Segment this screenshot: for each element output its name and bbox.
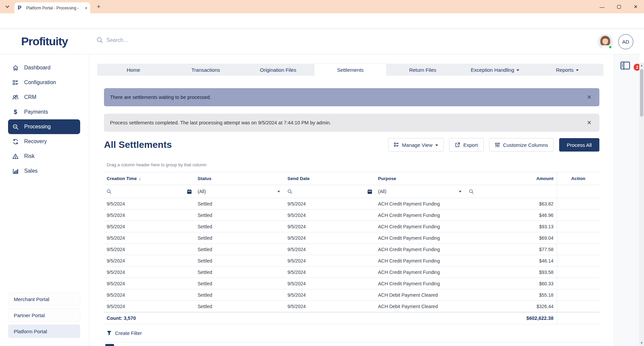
tab-exception-handling[interactable]: Exception Handling xyxy=(459,64,531,76)
platform-portal-button[interactable]: Platform Portal xyxy=(8,325,80,338)
tab-return-files[interactable]: Return Files xyxy=(386,64,459,76)
tab-label: Return Files xyxy=(409,67,436,73)
search-icon xyxy=(287,189,292,194)
action-cell xyxy=(557,232,599,243)
browser-tab-title: Platform Portal - Processing - S xyxy=(26,6,79,10)
sidebar-item-label: Risk xyxy=(24,153,35,159)
creation-time-cell: 9/5/2024 xyxy=(104,244,195,255)
create-filter-label: Create Filter xyxy=(115,331,142,336)
purpose-filter-dropdown[interactable]: (All) xyxy=(378,185,466,198)
tab-label: Exception Handling xyxy=(471,67,514,73)
merchant-portal-button[interactable]: Merchant Portal xyxy=(8,292,80,306)
group-by-drag-hint: Drag a column header here to group by th… xyxy=(107,162,207,167)
table-row[interactable]: 9/5/2024 Settled 9/5/2024 ACH Debit Paym… xyxy=(104,289,599,301)
customize-columns-button[interactable]: Customize Columns xyxy=(489,138,554,152)
column-header-status[interactable]: Status xyxy=(195,172,285,185)
window-restore-button[interactable] xyxy=(610,0,627,13)
view-grid-icon xyxy=(394,142,399,148)
column-header-purpose[interactable]: Purpose xyxy=(375,172,466,185)
global-search[interactable] xyxy=(97,37,194,43)
tab-origination-files[interactable]: Origination Files xyxy=(242,64,314,76)
tab-transactions[interactable]: Transactions xyxy=(170,64,242,76)
status-cell: Settled xyxy=(195,232,285,243)
purpose-cell: ACH Credit Payment Funding xyxy=(375,232,466,243)
table-row[interactable]: 9/5/2024 Settled 9/5/2024 ACH Credit Pay… xyxy=(104,198,599,210)
tab-home[interactable]: Home xyxy=(97,64,170,76)
new-tab-button[interactable]: + xyxy=(95,3,102,10)
table-row[interactable]: 9/5/2024 Settled 9/5/2024 ACH Credit Pay… xyxy=(104,210,599,221)
status-filter-dropdown[interactable]: (All) xyxy=(198,185,285,198)
sidebar-item-label: Configuration xyxy=(24,79,56,85)
close-icon[interactable]: × xyxy=(587,119,591,126)
calendar-icon[interactable] xyxy=(367,189,372,194)
column-header-amount[interactable]: Amount xyxy=(466,172,557,185)
sidebar-item-label: Payments xyxy=(24,109,48,115)
send-date-cell: 9/5/2024 xyxy=(285,232,375,243)
table-row[interactable]: 9/5/2024 Settled 9/5/2024 ACH Credit Pay… xyxy=(104,232,599,244)
browser-toolbar: ← → acme.demo.profituity.com/platform-po… xyxy=(0,13,644,29)
send-date-cell: 9/5/2024 xyxy=(285,244,375,255)
send-date-filter[interactable] xyxy=(287,185,375,198)
close-icon[interactable]: × xyxy=(587,94,591,101)
process-completed-alert: Process settlements completed. The last … xyxy=(104,114,599,132)
partner-portal-button[interactable]: Partner Portal xyxy=(8,308,80,322)
window-close-button[interactable]: × xyxy=(627,0,644,13)
button-label: Manage View xyxy=(402,142,433,148)
scroll-down-arrow[interactable]: ▼ xyxy=(639,341,644,345)
column-header-send-date[interactable]: Send Date xyxy=(285,172,375,185)
export-icon xyxy=(455,142,460,148)
sidebar-item-risk[interactable]: Risk xyxy=(8,149,80,164)
sidebar-item-crm[interactable]: CRM xyxy=(8,90,80,105)
tab-close-icon[interactable]: × xyxy=(85,5,88,10)
column-header-creation-time[interactable]: Creation Time↓ xyxy=(104,172,195,185)
manage-view-button[interactable]: Manage View xyxy=(388,138,444,152)
purpose-cell: ACH Credit Payment Funding xyxy=(375,267,466,278)
sidebar-item-sales[interactable]: Sales xyxy=(8,164,80,178)
action-cell xyxy=(557,210,599,221)
purpose-cell: ACH Credit Payment Funding xyxy=(375,221,466,232)
browser-tab[interactable]: P Platform Portal - Processing - S × xyxy=(14,2,90,13)
tab-reports[interactable]: Reports xyxy=(531,64,603,76)
sidebar-item-dashboard[interactable]: Dashboard xyxy=(8,60,80,75)
table-row[interactable]: 9/5/2024 Settled 9/5/2024 ACH Credit Pay… xyxy=(104,278,599,289)
creation-time-cell: 9/5/2024 xyxy=(104,301,195,312)
scrollbar-thumb[interactable] xyxy=(640,69,643,117)
vertical-scrollbar[interactable]: ▲ ▼ xyxy=(639,62,644,346)
status-cell: Settled xyxy=(195,244,285,255)
amount-cell: $93.13 xyxy=(466,221,557,232)
scroll-up-arrow[interactable]: ▲ xyxy=(639,63,644,68)
sidebar-item-payments[interactable]: $ Payments xyxy=(8,105,80,119)
send-date-cell: 9/5/2024 xyxy=(285,221,375,232)
create-filter-button[interactable]: Create Filter xyxy=(104,324,599,342)
notifications-panel-button[interactable]: 2 xyxy=(620,61,634,73)
tab-label: Reports xyxy=(556,67,574,73)
right-gutter: 2 xyxy=(614,54,639,346)
sidebar-item-recovery[interactable]: Recovery xyxy=(8,134,80,149)
calendar-icon[interactable] xyxy=(187,189,192,194)
creation-time-filter[interactable] xyxy=(107,185,195,198)
list-settings-icon xyxy=(12,79,19,86)
amount-cell: $63.82 xyxy=(466,198,557,209)
tab-label: Transactions xyxy=(192,67,220,73)
table-row[interactable]: 9/5/2024 Settled 9/5/2024 ACH Credit Pay… xyxy=(104,255,599,267)
status-cell: Settled xyxy=(195,255,285,266)
filter-funnel-icon xyxy=(107,331,112,336)
sidebar-item-configuration[interactable]: Configuration xyxy=(8,75,80,90)
table-row[interactable]: 9/5/2024 Settled 9/5/2024 ACH Credit Pay… xyxy=(104,267,599,278)
export-button[interactable]: Export xyxy=(449,138,483,152)
table-row[interactable]: 9/5/2024 Settled 9/5/2024 ACH Credit Pay… xyxy=(104,244,599,255)
search-input[interactable] xyxy=(106,37,194,43)
table-row[interactable]: 9/5/2024 Settled 9/5/2024 ACH Credit Pay… xyxy=(104,221,599,232)
amount-filter[interactable] xyxy=(469,185,553,198)
sort-desc-icon[interactable]: ↓ xyxy=(139,176,141,181)
action-cell xyxy=(557,244,599,255)
tab-settlements[interactable]: Settlements xyxy=(314,64,387,76)
tab-search-chevron-icon[interactable] xyxy=(3,3,11,11)
action-cell xyxy=(557,255,599,266)
window-minimize-button[interactable]: — xyxy=(594,0,610,13)
process-all-button[interactable]: Process All xyxy=(559,138,599,152)
table-row[interactable]: 9/5/2024 Settled 9/5/2024 ACH Debit Paym… xyxy=(104,301,599,312)
user-initials-badge[interactable]: AD xyxy=(618,34,633,49)
send-date-cell: 9/5/2024 xyxy=(285,255,375,266)
sidebar-item-processing[interactable]: Processing xyxy=(8,119,80,134)
